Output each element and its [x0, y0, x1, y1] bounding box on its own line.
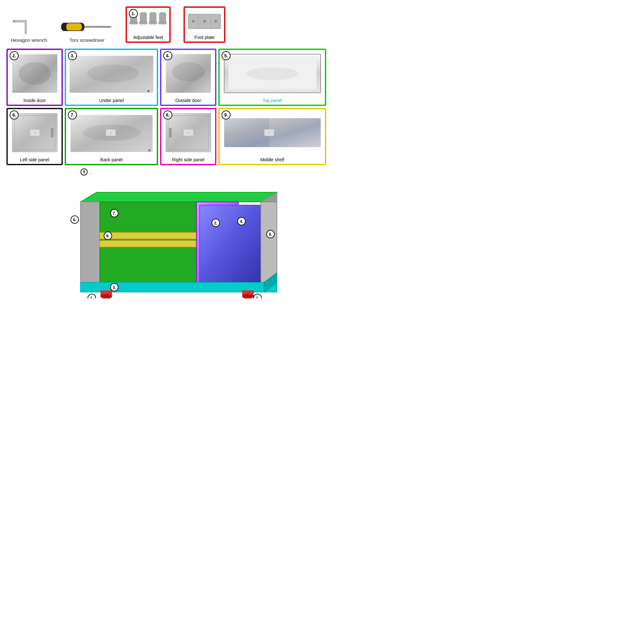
tool-hexagon-wrench: Hexagon wrench — [10, 18, 48, 43]
middle-shelf-svg: 1 — [223, 112, 322, 154]
svg-point-28 — [172, 62, 204, 81]
back-panel-label: Back panel — [66, 156, 157, 164]
outside-door-label: Outside door — [161, 97, 215, 105]
svg-rect-48 — [224, 118, 269, 147]
part-box-left-side: 6. — [6, 108, 63, 165]
part-num-8: 8. — [163, 110, 172, 119]
svg-point-73 — [242, 294, 254, 298]
svg-rect-4 — [66, 23, 82, 30]
svg-rect-57 — [100, 232, 196, 239]
back-panel-svg: 1 — [69, 112, 154, 154]
parts-row-2: 6. — [6, 108, 335, 165]
svg-point-2 — [13, 20, 15, 22]
tools-row: Hexagon wrench Torx screwdriver 1. — [6, 6, 335, 43]
svg-rect-10 — [139, 22, 147, 24]
part-box-foot-plate: Foot plate — [184, 6, 225, 43]
svg-rect-44 — [169, 128, 172, 137]
svg-text:1: 1 — [110, 131, 111, 134]
part-num-7: 7. — [68, 110, 77, 119]
right-side-label: Right side panel — [161, 156, 215, 164]
part-num-5: 5. — [222, 51, 231, 60]
svg-point-25 — [87, 64, 139, 82]
left-side-label: Left side panel — [8, 156, 62, 164]
svg-point-19 — [203, 20, 206, 23]
hex-wrench-label: Hexagon wrench — [11, 37, 47, 43]
adjustable-feet-label: Adjustable feet — [127, 33, 169, 42]
top-panel-svg — [223, 52, 322, 94]
svg-text:2.: 2. — [214, 221, 217, 225]
torx-label: Torx screwdriver — [69, 37, 104, 43]
part-box-adjustable-feet: 1. Adjustable feet — [126, 6, 171, 43]
parts-row-1: 2. Inside door — [6, 49, 335, 106]
part-num-3: 3. — [68, 51, 77, 60]
under-panel-svg — [68, 52, 155, 94]
cabinet-svg: 6. 7. 9. 2. 4. 3. 8. — [58, 176, 283, 298]
page: Hexagon wrench Torx screwdriver 1. — [0, 0, 341, 305]
top-panel-label: Top panel — [220, 97, 325, 105]
svg-text:7.: 7. — [113, 211, 116, 216]
part-num-2: 2. — [10, 51, 19, 60]
hex-wrench-icon — [10, 18, 48, 35]
svg-point-22 — [19, 62, 51, 85]
part-num-1a: 1. — [129, 9, 138, 18]
part-num-9: 9. — [222, 110, 231, 119]
diagram-section: 5 . — [6, 168, 335, 298]
svg-rect-12 — [149, 22, 157, 24]
foot-plate-image — [185, 8, 224, 33]
svg-text:8.: 8. — [269, 232, 272, 237]
svg-rect-34 — [51, 128, 53, 137]
svg-point-41 — [148, 149, 151, 152]
svg-text:9.: 9. — [106, 234, 109, 238]
svg-rect-8 — [130, 22, 137, 24]
svg-text:1: 1 — [268, 131, 270, 134]
svg-marker-51 — [81, 192, 277, 202]
under-panel-image — [66, 50, 157, 97]
svg-rect-14 — [159, 22, 166, 24]
foot-plate-label: Foot plate — [185, 33, 224, 42]
part-box-top-panel: 5. — [218, 49, 326, 106]
part-box-right-side: 8. 4 Rig — [160, 108, 216, 165]
torx-icon — [61, 19, 113, 35]
diagram-label-5-dot: . — [90, 169, 91, 175]
svg-point-20 — [214, 20, 217, 23]
foot-plate-svg — [187, 9, 222, 32]
back-panel-image: 1 — [66, 109, 157, 156]
svg-text:4.: 4. — [240, 219, 243, 224]
diagram-label-5-circle: 5 — [81, 168, 88, 175]
svg-text:1.: 1. — [256, 296, 259, 298]
part-num-4: 4. — [163, 51, 172, 60]
part-box-middle-shelf: 9. 1 — [218, 108, 326, 165]
svg-rect-62 — [261, 202, 277, 282]
svg-rect-60 — [200, 205, 261, 282]
top-panel-image — [220, 50, 325, 97]
svg-rect-9 — [140, 13, 147, 22]
inside-door-label: Inside door — [8, 97, 62, 105]
svg-rect-58 — [100, 241, 196, 247]
part-box-back-panel: 7. 1 — [65, 108, 158, 165]
tool-torx-screwdriver: Torx screwdriver — [61, 19, 113, 43]
svg-marker-6 — [109, 26, 113, 27]
svg-rect-5 — [84, 26, 110, 28]
svg-text:1.: 1. — [90, 296, 93, 298]
svg-point-18 — [192, 20, 194, 23]
svg-rect-53 — [81, 202, 100, 282]
under-panel-label: Under panel — [66, 97, 157, 105]
svg-rect-13 — [159, 13, 166, 22]
part-box-outside-door: 4. Outside door — [160, 49, 216, 106]
svg-point-31 — [247, 67, 298, 80]
svg-point-69 — [100, 294, 112, 298]
svg-rect-11 — [150, 13, 156, 22]
cabinet-diagram: 6. 7. 9. 2. 4. 3. 8. — [58, 176, 283, 298]
part-box-inside-door: 2. Inside door — [6, 49, 63, 106]
part-box-under-panel: 3. Under panel — [65, 49, 158, 106]
middle-shelf-image: 1 — [220, 109, 325, 156]
svg-text:4: 4 — [187, 131, 189, 134]
middle-shelf-label: Middle shelf — [220, 156, 325, 164]
part-num-6: 6. — [10, 110, 19, 119]
svg-text:3: 3 — [34, 131, 35, 134]
svg-text:6.: 6. — [73, 218, 76, 222]
svg-text:3.: 3. — [113, 285, 116, 290]
svg-point-26 — [147, 90, 150, 92]
